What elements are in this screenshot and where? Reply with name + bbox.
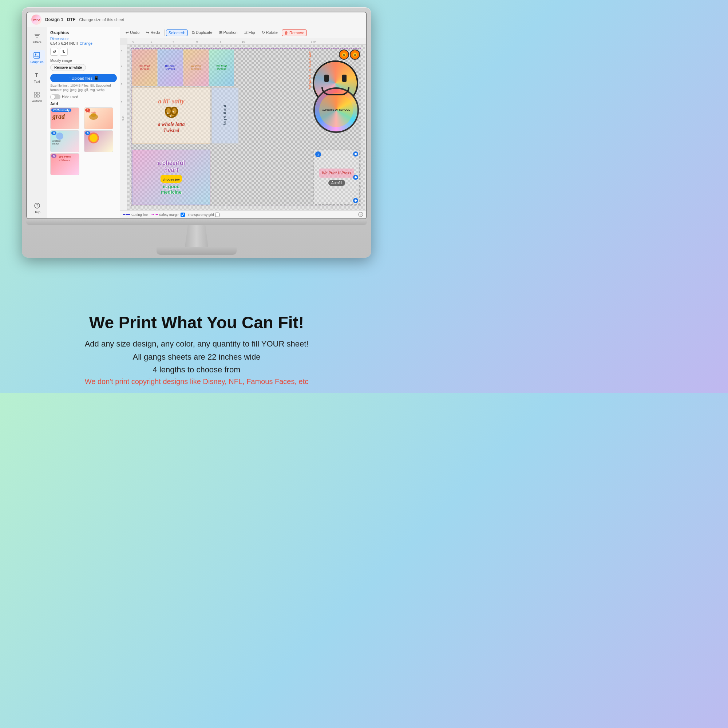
thumbnail-we-print[interactable]: 5 We PrintU Press (50, 153, 80, 175)
modify-image-label: Modify image (50, 59, 117, 63)
thumbnails-grid: 2025 twenty grad 1 a lil' salty (50, 107, 117, 175)
canvas-content[interactable]: We PrintU Press We PrintU Press We Print… (127, 45, 365, 210)
sidebar-item-autofill[interactable]: Autofill (31, 89, 43, 104)
thumbnail-sprinkled[interactable]: 0 sprinkled with fun (50, 130, 80, 152)
monitor-chin (26, 219, 367, 225)
v-ruler: 0 2 4 6 6.24 (120, 45, 127, 210)
top-bar: WPU Design 1 DTF Change size of this she… (27, 12, 366, 27)
sidebar-autofill-label: Autofill (32, 99, 42, 103)
image-icon (33, 51, 41, 59)
transparency-grid-label: Transparency grid (188, 213, 214, 217)
monitor-wrapper: WPU Design 1 DTF Change size of this she… (22, 7, 371, 258)
thumbnail-grad[interactable]: 2025 twenty grad (50, 107, 80, 129)
svg-point-39 (173, 111, 174, 112)
grid-icon (33, 91, 41, 99)
sidebar-item-text[interactable]: T Text (32, 70, 43, 85)
logo-tile-3: We PrintU Press (184, 49, 209, 86)
thumb-badge-print: 5 (51, 154, 57, 158)
svg-text:4: 4 (121, 83, 122, 85)
svg-text:?: ? (360, 213, 362, 217)
pretzel-text-1: a lil' salty (158, 98, 185, 105)
change-dimensions-btn[interactable]: Change (80, 41, 92, 46)
upload-files-btn[interactable]: ↑ Upload files 📱 (50, 74, 117, 82)
svg-point-38 (167, 112, 168, 114)
svg-text:0: 0 (121, 50, 122, 52)
monitor-outer: WPU Design 1 DTF Change size of this she… (22, 7, 371, 258)
cheerful-content: a cheerfulheart choose joy is goodmedici… (158, 159, 185, 195)
cheerful-text: a cheerfulheart (158, 159, 185, 173)
svg-rect-6 (34, 92, 37, 94)
sidebar-item-graphics[interactable]: Graphics (29, 50, 45, 65)
hide-used-label: Hide used (62, 95, 78, 99)
toolbar-sep-1 (164, 29, 165, 36)
ping-text: ping ping (223, 105, 227, 126)
filter-icon (33, 32, 41, 40)
undo-btn[interactable]: ↩ Undo (123, 29, 142, 36)
rotate-btn[interactable]: ↻ Rotate (259, 29, 280, 36)
canvas-toolbar: ↩ Undo ↪ Redo Selected: ⧉ Duplicate ⊞ Po… (120, 27, 366, 38)
selected-btn[interactable]: Selected: (166, 29, 188, 36)
sidebar-item-filters[interactable]: Filters (31, 30, 43, 46)
redo-btn[interactable]: ↪ Redo (144, 29, 162, 36)
bottom-text-area: We Print What You Can Fit! Add any size … (0, 266, 393, 393)
duplicate-btn[interactable]: ⧉ Duplicate (189, 29, 215, 36)
svg-text:grad: grad (52, 113, 65, 120)
canvas-area: ↩ Undo ↪ Redo Selected: ⧉ Duplicate ⊞ Po… (120, 27, 366, 219)
logo-tile-2: We PrintU Press (158, 49, 183, 86)
panel-section-title: Graphics (50, 30, 117, 35)
svg-text:?: ? (36, 203, 38, 208)
monitor-stand-base (156, 247, 237, 255)
resize-handle-r[interactable] (353, 175, 358, 180)
autofill-logo: We Print U Press (319, 168, 354, 177)
autofill-section: We Print U Press (314, 150, 360, 205)
headline: We Print What You Can Fit! (89, 314, 304, 332)
help-circle[interactable]: ? (358, 212, 363, 218)
thumbnail-school[interactable]: 5 (84, 130, 113, 152)
safety-margin-checkbox[interactable] (180, 213, 185, 217)
position-btn[interactable]: ⊞ Position (217, 29, 240, 36)
resize-handle-tr[interactable] (353, 151, 358, 156)
flip-btn[interactable]: ⇄ Flip (242, 29, 258, 36)
top-logos-row: We PrintU Press We PrintU Press We Print… (132, 49, 234, 86)
autofill-btn[interactable]: Autofill (328, 180, 345, 186)
thumb-badge-salty: 1 (85, 109, 90, 112)
svg-text:2: 2 (121, 64, 122, 67)
app-logo: WPU (31, 15, 41, 25)
copyright-text: We don't print copyright designs like Di… (85, 378, 308, 386)
rotate-left-btn[interactable]: ↺ (50, 48, 58, 56)
resize-handle-br[interactable] (353, 198, 358, 203)
ping-section: ping ping (211, 87, 239, 144)
svg-point-14 (91, 113, 96, 117)
svg-text:6: 6 (196, 40, 198, 43)
help-icon: ? (33, 202, 41, 210)
remove-white-btn[interactable]: Remove all white (50, 64, 86, 71)
design-title: Design 1 (45, 17, 63, 22)
safety-margin-legend: Safety margin (151, 213, 185, 217)
logo-tile-4: We PrintU Press (209, 49, 234, 86)
thumbnail-lil-salty[interactable]: 1 a lil' salty (84, 107, 113, 129)
sidebar-item-help[interactable]: ? Help (32, 200, 43, 216)
rotate-right-btn[interactable]: ↻ (60, 48, 68, 56)
monitor-screen: WPU Design 1 DTF Change size of this she… (26, 12, 367, 219)
cutting-line-label: Cutting line (132, 213, 148, 217)
svg-text:4: 4 (173, 40, 174, 43)
choose-joy-text: choose joy (163, 177, 180, 181)
svg-point-41 (355, 153, 357, 155)
pretzel-section: a lil' salty (132, 87, 210, 144)
hide-used-toggle[interactable] (50, 94, 60, 99)
h-ruler: 0 2 4 6 8 10 6.54 20 22 inch (127, 38, 366, 45)
svg-text:6.24: 6.24 (122, 115, 124, 121)
remove-btn[interactable]: 🗑 Remove (282, 29, 307, 36)
transparency-grid-checkbox[interactable] (215, 213, 219, 217)
pretzel-text-2: a whole lottaTwisted (158, 122, 185, 134)
we-print-mini-text: We Print U Press (322, 171, 351, 176)
change-size-label[interactable]: Change size of this sheet (79, 17, 124, 22)
upload-icon: ↑ (68, 76, 70, 80)
cutting-line-legend: Cutting line (123, 213, 148, 217)
file-info: Size file limit: 100MB Files: 50. Suppor… (50, 84, 117, 92)
design-canvas[interactable]: We PrintU Press We PrintU Press We Print… (131, 48, 361, 206)
svg-text:0: 0 (133, 40, 134, 43)
subtext-block: Add any size design, any color, any quan… (85, 337, 309, 376)
svg-text:10: 10 (242, 40, 245, 43)
safety-line-icon (151, 214, 158, 215)
